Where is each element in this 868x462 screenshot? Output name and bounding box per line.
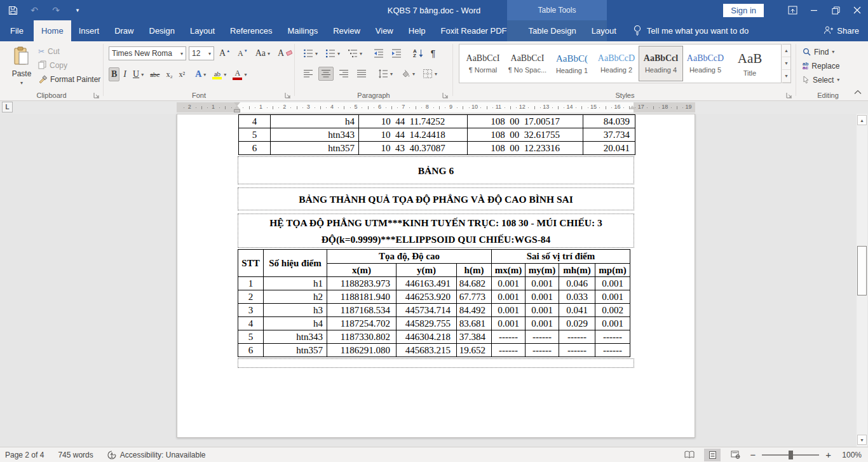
- scroll-up-icon[interactable]: ▲: [857, 115, 867, 125]
- ribbon-display-options-icon[interactable]: [782, 0, 803, 20]
- strikethrough-button[interactable]: abc: [147, 69, 162, 80]
- copy-button[interactable]: Copy: [38, 59, 67, 72]
- justify-button[interactable]: [354, 67, 369, 81]
- scroll-down-icon[interactable]: ▼: [857, 435, 867, 445]
- horizontal-ruler[interactable]: 1212345678910111213141516171819: [177, 102, 695, 112]
- tab-draw[interactable]: Draw: [107, 20, 141, 41]
- font-size-combo[interactable]: 12 ▾: [189, 46, 214, 60]
- shrink-font-button[interactable]: A▼: [235, 47, 250, 60]
- cut-button[interactable]: ✂ Cut: [38, 45, 60, 58]
- bold-button[interactable]: B: [109, 67, 119, 81]
- format-painter-button[interactable]: Format Painter: [38, 73, 100, 86]
- share-button[interactable]: Share: [824, 20, 859, 41]
- subscript-button[interactable]: x₂: [163, 68, 175, 81]
- customize-qat-icon[interactable]: ▾: [71, 4, 84, 17]
- table-cell: h2: [264, 290, 327, 304]
- replace-button[interactable]: abac Replace: [803, 59, 839, 72]
- word-count[interactable]: 745 words: [58, 451, 93, 459]
- close-icon[interactable]: [846, 0, 868, 20]
- highlight-button[interactable]: ab ▾: [210, 68, 229, 81]
- select-button[interactable]: Select ▾: [803, 73, 839, 86]
- paragraph-dialog-launcher-icon[interactable]: [442, 92, 450, 99]
- redo-icon[interactable]: ↷: [50, 4, 62, 17]
- document-page[interactable]: 4h410 44 11.74252108 00 17.0051784.0395h…: [177, 114, 695, 438]
- tab-layout[interactable]: Layout: [182, 20, 222, 41]
- multilevel-list-button[interactable]: ▾: [345, 46, 365, 60]
- tell-me-box[interactable]: Tell me what you want to do: [633, 20, 749, 41]
- change-case-button[interactable]: Aa▾: [253, 46, 273, 60]
- styles-scroll-down-icon[interactable]: ▼: [782, 57, 790, 70]
- align-left-button[interactable]: [301, 67, 316, 81]
- tab-selector[interactable]: L: [2, 102, 13, 112]
- find-button[interactable]: Find ▾: [803, 45, 834, 58]
- tab-review[interactable]: Review: [325, 20, 368, 41]
- style-heading-2[interactable]: AaBbCcD Heading 2: [594, 46, 639, 81]
- underline-button[interactable]: U▾: [130, 67, 146, 81]
- style-title[interactable]: AaB Title: [728, 46, 772, 81]
- bullets-button[interactable]: ▾: [301, 46, 320, 60]
- font-family-combo[interactable]: Times New Roma ▾: [109, 46, 186, 60]
- zoom-in-button[interactable]: +: [825, 449, 831, 460]
- tab-foxit-reader-pdf[interactable]: Foxit Reader PDF: [433, 20, 515, 41]
- tab-mailings[interactable]: Mailings: [280, 20, 326, 41]
- zoom-level[interactable]: 100%: [837, 451, 862, 459]
- sort-button[interactable]: AZ: [410, 47, 426, 60]
- print-layout-button[interactable]: [704, 449, 721, 461]
- sign-in-button[interactable]: Sign in: [723, 4, 764, 17]
- read-mode-button[interactable]: [681, 449, 698, 461]
- tab-table-layout[interactable]: Layout: [584, 20, 624, 41]
- italic-button[interactable]: I: [121, 67, 129, 81]
- shading-button[interactable]: ▾: [398, 67, 417, 81]
- show-hide-pilcrow-button[interactable]: ¶: [428, 46, 438, 60]
- grow-font-button[interactable]: A▲: [217, 46, 233, 60]
- scrollbar-thumb[interactable]: [857, 246, 867, 296]
- clear-formatting-button[interactable]: A: [275, 46, 295, 60]
- accessibility-status[interactable]: Accessibility: Unavailable: [107, 451, 206, 459]
- font-color-button[interactable]: A ▾: [230, 67, 249, 82]
- styles-scroll-up-icon[interactable]: ▲: [782, 44, 790, 57]
- web-layout-button[interactable]: [727, 449, 743, 461]
- style-no-spacing[interactable]: AaBbCcI ¶ No Spac...: [505, 46, 550, 81]
- tab-home[interactable]: Home: [34, 20, 71, 41]
- style-normal[interactable]: AaBbCcI ¶ Normal: [461, 46, 505, 81]
- font-dialog-launcher-icon[interactable]: [285, 92, 292, 99]
- line-spacing-button[interactable]: ▾: [376, 67, 395, 81]
- restore-icon[interactable]: [825, 0, 846, 20]
- zoom-out-button[interactable]: −: [750, 449, 756, 460]
- numbering-button[interactable]: ▾: [323, 46, 342, 60]
- tab-help[interactable]: Help: [401, 20, 433, 41]
- tab-insert[interactable]: Insert: [71, 20, 107, 41]
- minimize-icon[interactable]: [803, 0, 825, 20]
- collapse-ribbon-icon[interactable]: [854, 88, 862, 97]
- align-center-button[interactable]: [318, 67, 334, 81]
- tab-file[interactable]: File: [0, 20, 34, 41]
- align-right-button[interactable]: [336, 67, 351, 81]
- style-heading-1[interactable]: AaBbC( Heading 1: [550, 46, 594, 81]
- styles-more-icon[interactable]: ▼: [782, 70, 790, 83]
- paste-button[interactable]: Paste ▾: [8, 44, 36, 85]
- accessibility-icon: [107, 451, 116, 459]
- table-row: 3h31187168.534445734.71484.4920.0010.001…: [238, 304, 630, 317]
- tab-references[interactable]: References: [222, 20, 280, 41]
- vertical-scrollbar[interactable]: ▲ ▼: [857, 114, 867, 447]
- undo-icon[interactable]: ↶: [28, 4, 41, 17]
- page-indicator[interactable]: Page 2 of 4: [5, 451, 44, 459]
- styles-dialog-launcher-icon[interactable]: [786, 92, 794, 99]
- borders-button[interactable]: ▾: [420, 67, 440, 81]
- zoom-slider-handle[interactable]: [789, 451, 793, 459]
- tab-design[interactable]: Design: [142, 20, 182, 41]
- save-icon[interactable]: [6, 4, 19, 17]
- tab-view[interactable]: View: [368, 20, 401, 41]
- decrease-indent-button[interactable]: [371, 46, 386, 60]
- tab-table-design[interactable]: Table Design: [521, 20, 584, 41]
- superscript-button[interactable]: x²: [177, 68, 188, 81]
- right-indent-marker[interactable]: [629, 105, 635, 109]
- left-indent-marker[interactable]: [234, 109, 240, 112]
- style-heading-4[interactable]: AaBbCcl Heading 4: [639, 46, 683, 81]
- style-heading-5[interactable]: AaBbCcD Heading 5: [683, 46, 728, 81]
- zoom-slider[interactable]: [762, 454, 819, 456]
- editing-group: Find ▾ abac Replace Select ▾ Editing: [796, 41, 860, 101]
- clipboard-dialog-launcher-icon[interactable]: [93, 92, 101, 99]
- increase-indent-button[interactable]: [389, 46, 404, 60]
- text-effects-button[interactable]: A▾: [193, 67, 208, 81]
